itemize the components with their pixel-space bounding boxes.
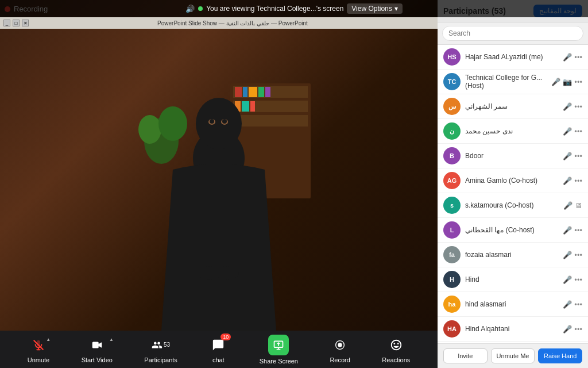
top-bar: 🔊 You are viewing Technical College...'s… (0, 0, 588, 17)
participant-name: Bdoor (465, 152, 558, 160)
more-options-icon[interactable]: ••• (574, 325, 582, 334)
mic-active-icon: 🎤 (563, 127, 572, 136)
participant-item: fafozaia alasmari🎤••• (438, 243, 588, 267)
participant-name: Hind Alqahtani (465, 325, 558, 333)
more-options-icon[interactable]: ••• (574, 53, 582, 62)
avatar: س (443, 98, 461, 115)
participant-item: نندى حسين محمد🎤••• (438, 119, 588, 144)
screen-share-dot (198, 6, 203, 11)
share-screen-button[interactable]: Share Screen (260, 335, 298, 365)
avatar: H (443, 271, 461, 288)
record-label: Record (330, 356, 350, 363)
mic-muted-icon: 🎤 (563, 177, 572, 185)
mic-active-icon: 🎤 (563, 102, 572, 111)
video-expand-icon: ▲ (109, 337, 114, 342)
more-options-icon[interactable]: ••• (574, 152, 582, 160)
participant-name: s.katamoura (Co-host) (465, 201, 559, 209)
raise-hand-button[interactable]: Raise Hand (538, 348, 582, 363)
svg-rect-9 (265, 87, 270, 97)
participant-item: HHind🎤••• (438, 267, 588, 292)
participants-list: HSHajar Saad ALyazidi (me)🎤•••TCTechnica… (438, 45, 588, 343)
avatar: L (443, 221, 461, 239)
svg-rect-11 (242, 101, 249, 112)
mic-muted-icon: 🎤 (563, 275, 572, 284)
participant-name: Hind (465, 275, 558, 283)
reactions-label: Reactions (382, 356, 410, 363)
view-options-button[interactable]: View Options ▾ (347, 3, 402, 14)
participants-label: Participants (144, 356, 177, 363)
avatar: ha (443, 296, 461, 313)
participant-icons: 🎤📷••• (551, 78, 582, 86)
svg-point-29 (338, 343, 342, 347)
svg-point-14 (138, 115, 161, 144)
participant-icons: 🎤••• (563, 325, 582, 334)
participant-item: سسمر الشهراني🎤••• (438, 94, 588, 119)
speaker-icon: 🔊 (185, 5, 195, 13)
avatar: HA (443, 320, 461, 338)
participant-item: HSHajar Saad ALyazidi (me)🎤••• (438, 45, 588, 70)
search-input[interactable] (442, 26, 583, 41)
participant-item: ss.katamoura (Co-host)🎤🖥 (438, 193, 588, 218)
mic-muted-icon: 🎤 (563, 300, 572, 309)
chat-button[interactable]: 10 chat (209, 336, 227, 363)
ppt-title: PowerPoint Slide Show — حلقي بالذات النف… (31, 20, 434, 26)
more-options-icon[interactable]: ••• (574, 226, 582, 235)
participants-panel: Participants (53) لوحة المفاتيح HSHajar … (438, 0, 588, 368)
unmute-expand-icon: ▲ (46, 337, 51, 342)
unmute-label: Unmute (28, 356, 50, 363)
participant-icons: 🎤••• (563, 152, 582, 160)
screen-share-icon: 🖥 (575, 201, 582, 210)
record-button[interactable]: Record (330, 336, 350, 363)
participant-icons: 🎤••• (563, 177, 582, 185)
svg-rect-4 (233, 115, 308, 126)
main-video-area (0, 0, 438, 331)
participant-name: ندى حسين محمد (465, 127, 558, 135)
record-icon (331, 336, 349, 354)
svg-point-24 (222, 119, 227, 124)
participant-item: TCTechnical College for G... (Host)🎤📷••• (438, 70, 588, 94)
ppt-title-bar: _ □ ✕ PowerPoint Slide Show — حلقي بالذا… (0, 17, 438, 29)
chat-badge: 10 (220, 334, 231, 340)
svg-point-23 (210, 119, 214, 124)
participant-item: HAHind Alqahtani🎤••• (438, 317, 588, 342)
chat-label: chat (212, 356, 225, 363)
participant-name: (Co-host) مها القحطاني (465, 226, 558, 234)
video-icon: 📷 (563, 78, 572, 86)
participant-item: BBdoor🎤••• (438, 144, 588, 168)
video-background (0, 0, 438, 331)
more-options-icon[interactable]: ••• (574, 177, 582, 185)
unmute-me-button[interactable]: Unmute Me (491, 348, 535, 363)
participant-item: AGAmina Gamlo (Co-host)🎤••• (438, 168, 588, 193)
search-bar-container (438, 22, 588, 45)
mic-muted-icon: 🎤 (563, 325, 572, 334)
person-silhouette (127, 55, 311, 331)
participants-button[interactable]: 53 Participants (144, 336, 177, 363)
reactions-icon (387, 336, 405, 354)
more-options-icon[interactable]: ••• (574, 275, 582, 284)
camera-icon (88, 336, 106, 354)
ppt-close-btn[interactable]: ✕ (22, 20, 29, 26)
participant-name: سمر الشهراني (465, 102, 558, 110)
participant-icons: 🎤••• (563, 102, 582, 111)
start-video-button[interactable]: Start Video (82, 336, 113, 363)
participant-name: hind alasmari (465, 300, 558, 308)
mic-on-icon: 🎤 (551, 78, 560, 86)
ppt-minimize-btn[interactable]: _ (3, 20, 10, 26)
ppt-maximize-btn[interactable]: □ (13, 20, 20, 26)
more-options-icon[interactable]: ••• (574, 78, 582, 86)
mic-muted-icon: 🎤 (563, 226, 572, 235)
more-options-icon[interactable]: ••• (574, 127, 582, 136)
svg-point-15 (158, 106, 187, 141)
svg-rect-12 (250, 101, 255, 112)
more-options-icon[interactable]: ••• (574, 300, 582, 309)
more-options-icon[interactable]: ••• (574, 251, 582, 259)
invite-button[interactable]: Invite (443, 348, 488, 363)
mic-active-icon: 🎤 (563, 152, 572, 160)
avatar: ن (443, 122, 461, 140)
participant-name: Technical College for G... (Host) (465, 74, 547, 90)
avatar: B (443, 147, 461, 164)
reactions-button[interactable]: Reactions (382, 336, 410, 363)
video-controls-bar: Unmute ▲ Start Video ▲ 53 Participants (0, 331, 438, 368)
search-wrap (442, 26, 583, 41)
more-options-icon[interactable]: ••• (574, 102, 582, 111)
